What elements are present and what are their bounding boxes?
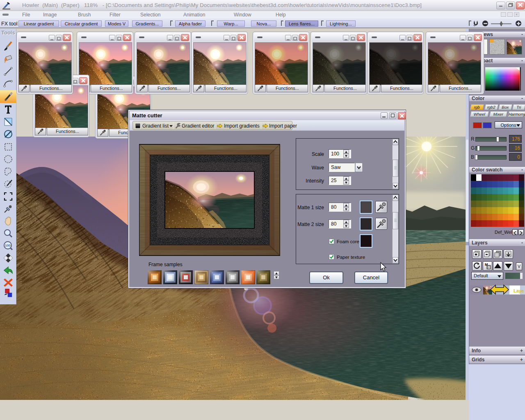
- svg-text:S: S: [488, 265, 490, 269]
- svg-text:100: 100: [5, 244, 11, 247]
